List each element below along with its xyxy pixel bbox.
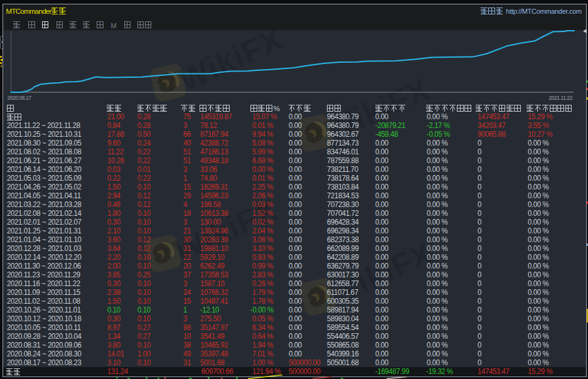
- svg-text:WikiFX: WikiFX: [174, 21, 289, 98]
